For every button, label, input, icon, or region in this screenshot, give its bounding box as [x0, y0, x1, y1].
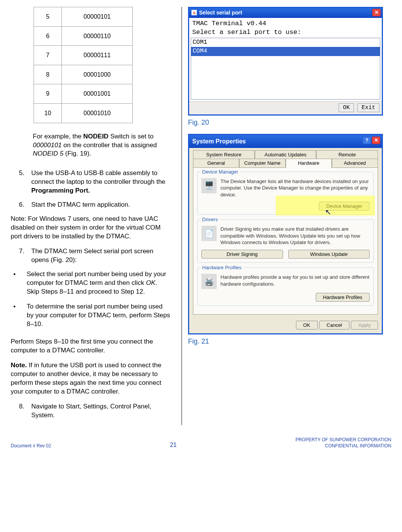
- table-cell: 10: [34, 103, 62, 123]
- terminal-line: Select a serial port to use:: [191, 28, 380, 37]
- footer-right-2: CONFIDENTIAL INFORMATION: [296, 443, 391, 449]
- example-paragraph: For example, the NODEID Switch is set to…: [33, 132, 167, 159]
- group-title: Device Manager: [201, 169, 240, 175]
- driver-signing-button[interactable]: Driver Signing: [201, 250, 283, 259]
- hardware-profiles-icon: 🖨️: [201, 274, 217, 289]
- serial-port-list[interactable]: COM1 COM4: [191, 38, 380, 100]
- bullet-icon: •: [11, 270, 27, 296]
- table-cell: 7: [34, 46, 62, 65]
- tab-general[interactable]: General: [193, 159, 239, 168]
- step-number: 8.: [11, 402, 31, 420]
- tab-advanced[interactable]: Advanced: [332, 159, 378, 168]
- step-number: 6.: [11, 201, 31, 209]
- bullet-text: To determine the serial port number bein…: [27, 302, 171, 329]
- hardware-profiles-button[interactable]: Hardware Profiles: [316, 293, 370, 302]
- page-footer: Document # Rev 02 21 PROPERTY OF SUNPOWE…: [11, 437, 391, 449]
- device-manager-button[interactable]: Device Manager: [319, 202, 370, 211]
- figure-caption: Fig. 21: [188, 337, 391, 346]
- tab-computer-name[interactable]: Computer Name: [239, 159, 285, 168]
- group-title: Hardware Profiles: [201, 264, 243, 271]
- tab-automatic-updates[interactable]: Automatic Updates: [255, 150, 317, 159]
- footer-right-1: PROPERTY OF SUNPOWER CORPORATION: [296, 437, 391, 443]
- drivers-icon: 📄: [201, 226, 217, 241]
- cancel-button[interactable]: Cancel: [319, 321, 349, 329]
- table-cell: 00000110: [62, 26, 133, 46]
- paragraph: Perform Steps 8–10 the first time you co…: [11, 338, 171, 355]
- group-text: The Device Manager lists all the hardwar…: [220, 178, 370, 198]
- group-text: Driver Signing lets you make sure that i…: [220, 226, 370, 246]
- help-button[interactable]: ?: [363, 137, 371, 144]
- page-number: 21: [170, 442, 177, 448]
- device-manager-icon: 🖥️: [201, 178, 217, 193]
- table-cell: 00001001: [62, 84, 133, 104]
- ok-button[interactable]: OK: [339, 103, 354, 112]
- nodeid-table: 500000101 600000110 700000111 800001000 …: [34, 7, 133, 123]
- java-icon: ♨: [191, 10, 197, 15]
- footer-left: Document # Rev 02: [11, 443, 51, 449]
- system-properties-dialog: System Properties ? ✕ System Restore Aut…: [188, 134, 383, 334]
- drivers-group: Drivers 📄 Driver Signing lets you make s…: [197, 219, 374, 263]
- list-item[interactable]: COM1: [191, 38, 380, 47]
- device-manager-group: Device Manager 🖥️ The Device Manager lis…: [197, 172, 374, 215]
- table-cell: 8: [34, 65, 62, 84]
- table-cell: 9: [34, 84, 62, 104]
- table-cell: 5: [34, 7, 62, 27]
- table-cell: 6: [34, 26, 62, 46]
- table-cell: 00000111: [62, 46, 133, 65]
- tab-remote[interactable]: Remote: [316, 150, 378, 159]
- select-serial-port-dialog: ♨ Select serial port ✕ TMAC Terminal v0.…: [188, 7, 383, 116]
- dialog-title: System Properties: [192, 137, 246, 146]
- step-text: Use the USB-A to USB-B cable assembly to…: [31, 169, 171, 195]
- bullet-text: Select the serial port number being used…: [27, 270, 171, 296]
- tab-hardware[interactable]: Hardware: [286, 159, 332, 168]
- figure-caption: Fig. 20: [188, 118, 391, 127]
- step-text: Start the DTMAC term application.: [31, 201, 171, 209]
- dialog-title: Select serial port: [199, 9, 242, 16]
- group-text: Hardware profiles provide a way for you …: [220, 274, 370, 289]
- dialog-titlebar: ♨ Select serial port ✕: [189, 8, 382, 18]
- step-number: 7.: [11, 247, 31, 265]
- bullet-icon: •: [11, 302, 27, 329]
- dialog-titlebar: System Properties ? ✕: [189, 134, 382, 148]
- table-cell: 00001000: [62, 65, 133, 84]
- apply-button[interactable]: Apply: [351, 321, 378, 329]
- table-cell: 00000101: [62, 7, 133, 27]
- close-button[interactable]: ✕: [372, 137, 380, 144]
- table-cell: 00001010: [62, 103, 133, 123]
- group-title: Drivers: [201, 216, 219, 223]
- step-text: The DTMAC term Select serial port screen…: [31, 247, 171, 265]
- step-number: 5.: [11, 169, 31, 195]
- windows-update-button[interactable]: Windows Update: [288, 250, 370, 259]
- note-paragraph: Note. If in future the USB port is used …: [11, 361, 171, 396]
- hardware-profiles-group: Hardware Profiles 🖨️ Hardware profiles p…: [197, 267, 374, 306]
- step-text: Navigate to Start, Settings, Control Pan…: [31, 402, 171, 420]
- close-button[interactable]: ✕: [372, 9, 381, 16]
- tab-system-restore[interactable]: System Restore: [193, 150, 255, 159]
- list-item[interactable]: COM4: [191, 47, 380, 56]
- terminal-line: TMAC Terminal v0.44: [191, 19, 380, 28]
- ok-button[interactable]: OK: [296, 321, 318, 329]
- exit-button[interactable]: Exit: [357, 103, 379, 112]
- note-text: Note: For Windows 7 users, one need to h…: [11, 215, 171, 241]
